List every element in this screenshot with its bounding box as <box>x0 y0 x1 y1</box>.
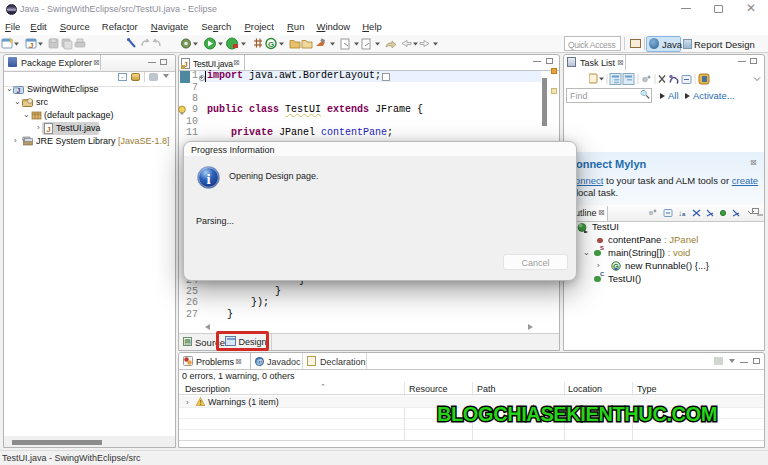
svg-text:BLOGCHIASEKIENTHUC.COM: BLOGCHIASEKIENTHUC.COM <box>437 403 717 425</box>
svg-text:G: G <box>268 40 274 49</box>
svg-text:J: J <box>46 125 50 134</box>
svg-text:!: ! <box>199 399 201 406</box>
svg-text:↓a: ↓a <box>678 209 686 218</box>
svg-text:J: J <box>29 41 33 50</box>
svg-text:J: J <box>17 87 21 94</box>
svg-text:i: i <box>206 171 210 187</box>
